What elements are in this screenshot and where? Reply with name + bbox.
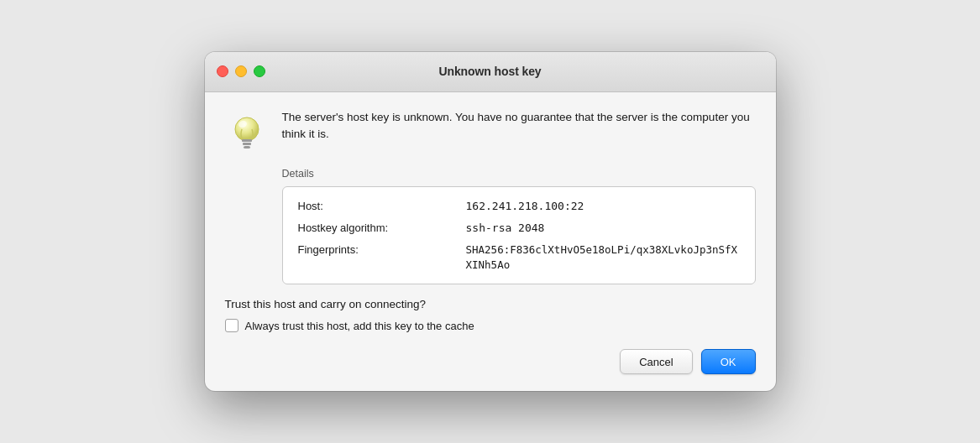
host-key-label: Host: <box>298 199 466 214</box>
host-row: Host: 162.241.218.100:22 <box>298 199 740 214</box>
svg-rect-4 <box>244 146 250 149</box>
details-box: Host: 162.241.218.100:22 Hostkey algorit… <box>282 186 756 284</box>
message-section: The server's host key is unknown. You ha… <box>225 109 756 154</box>
algorithm-value: ssh-rsa 2048 <box>466 221 545 236</box>
dialog-window: Unknown host key <box>205 52 776 391</box>
close-button[interactable] <box>217 65 228 77</box>
checkbox-row: Always trust this host, add this key to … <box>225 319 756 332</box>
dialog-content: The server's host key is unknown. You ha… <box>205 92 776 391</box>
always-trust-checkbox[interactable] <box>225 319 238 332</box>
window-controls <box>217 65 265 77</box>
svg-rect-3 <box>243 143 251 145</box>
lightbulb-icon <box>225 111 269 154</box>
details-section: Details Host: 162.241.218.100:22 Hostkey… <box>282 168 756 284</box>
dialog-title: Unknown host key <box>438 65 541 78</box>
always-trust-label[interactable]: Always trust this host, add this key to … <box>245 320 474 332</box>
fingerprints-row: Fingerprints: SHA256:F836clXtHvO5e18oLPi… <box>298 242 740 272</box>
minimize-button[interactable] <box>235 65 247 77</box>
svg-rect-2 <box>242 139 252 142</box>
cancel-button[interactable]: Cancel <box>620 349 692 374</box>
title-bar: Unknown host key <box>205 52 776 92</box>
message-text: The server's host key is unknown. You ha… <box>282 109 756 143</box>
fingerprints-value: SHA256:F836clXtHvO5e18oLPi/qx38XLvkoJp3n… <box>466 242 740 272</box>
ok-button[interactable]: OK <box>701 349 756 374</box>
algorithm-row: Hostkey algorithm: ssh-rsa 2048 <box>298 221 740 236</box>
svg-point-0 <box>235 117 259 141</box>
algorithm-key-label: Hostkey algorithm: <box>298 221 466 236</box>
details-label: Details <box>282 168 756 180</box>
button-row: Cancel OK <box>225 344 756 374</box>
maximize-button[interactable] <box>254 65 265 77</box>
fingerprints-key-label: Fingerprints: <box>298 242 466 272</box>
dialog-overlay: Unknown host key <box>0 0 980 443</box>
host-value: 162.241.218.100:22 <box>466 199 584 214</box>
trust-section: Trust this host and carry on connecting?… <box>225 298 756 332</box>
trust-question: Trust this host and carry on connecting? <box>225 298 756 310</box>
